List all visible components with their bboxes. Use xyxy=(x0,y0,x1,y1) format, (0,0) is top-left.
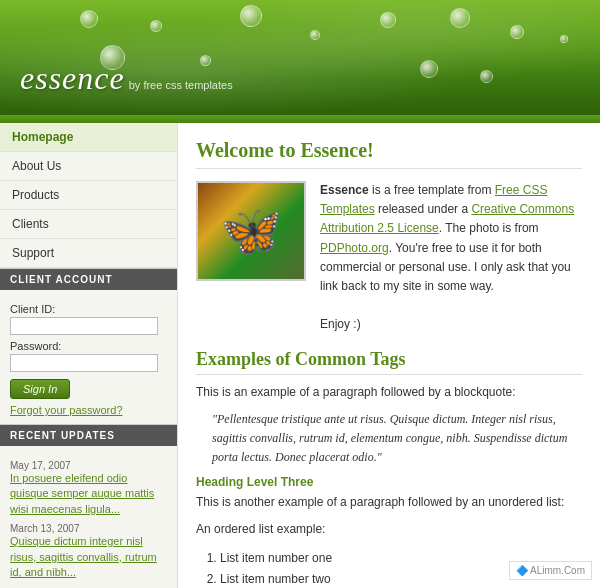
client-id-label: Client ID: xyxy=(10,303,167,315)
subheading: Heading Level Three xyxy=(196,475,582,489)
nav-link-about[interactable]: About Us xyxy=(0,152,177,181)
ordered-label: An ordered list example: xyxy=(196,520,582,539)
intro-text-2: released under a xyxy=(375,202,472,216)
watermark: 🔷 ALimm.Com xyxy=(509,561,592,580)
navigation: Homepage About Us Products Clients Suppo… xyxy=(0,123,177,269)
recent-updates: May 17, 2007 In posuere eleifend odio qu… xyxy=(0,446,177,588)
logo-area: essenceby free css templates xyxy=(20,60,233,97)
intro-text-1: is a free template from xyxy=(369,183,495,197)
update-date-2: March 13, 2007 xyxy=(10,523,167,534)
nav-link-products[interactable]: Products xyxy=(0,181,177,210)
recent-updates-header: RECENT UPDATES xyxy=(0,425,177,446)
intro-text-3: . The photo is from xyxy=(439,221,539,235)
update-link-1[interactable]: In posuere eleifend odio quisque semper … xyxy=(10,471,167,517)
header: essenceby free css templates xyxy=(0,0,600,115)
logo-tagline: by free css templates xyxy=(129,79,233,91)
nav-link-support[interactable]: Support xyxy=(0,239,177,268)
nav-link-clients[interactable]: Clients xyxy=(0,210,177,239)
forgot-password-link[interactable]: Forgot your password? xyxy=(10,404,167,416)
logo-text: essence xyxy=(20,60,125,96)
paragraph-2: This is another example of a paragraph f… xyxy=(196,493,582,512)
brand-name: Essence xyxy=(320,183,369,197)
nav-item-products[interactable]: Products xyxy=(0,181,177,210)
pdphoto-link[interactable]: PDPhoto.org xyxy=(320,241,389,255)
signin-button[interactable]: Sign In xyxy=(10,379,70,399)
header-drops xyxy=(0,0,600,115)
tags-heading: Examples of Common Tags xyxy=(196,349,582,375)
update-date-1: May 17, 2007 xyxy=(10,460,167,471)
update-link-2[interactable]: Quisque dictum integer nisl risus, sagit… xyxy=(10,534,167,580)
nav-link-homepage[interactable]: Homepage xyxy=(0,123,177,152)
enjoy-text: Enjoy :) xyxy=(320,317,361,331)
client-account-header: CLIENT ACCOUNT xyxy=(0,269,177,290)
welcome-heading: Welcome to Essence! xyxy=(196,139,582,169)
nav-item-about[interactable]: About Us xyxy=(0,152,177,181)
password-label: Password: xyxy=(10,340,167,352)
client-account-form: Client ID: Password: Sign In Forgot your… xyxy=(0,290,177,425)
nav-item-clients[interactable]: Clients xyxy=(0,210,177,239)
nav-item-homepage[interactable]: Homepage xyxy=(0,123,177,152)
main-wrapper: Homepage About Us Products Clients Suppo… xyxy=(0,123,600,588)
main-content: Welcome to Essence! Essence is a free te… xyxy=(178,123,600,588)
nav-list: Homepage About Us Products Clients Suppo… xyxy=(0,123,177,269)
blockquote: "Pellentesque tristique ante ut risus. Q… xyxy=(212,410,582,468)
client-id-input[interactable] xyxy=(10,317,158,335)
intro-text: Essence is a free template from Free CSS… xyxy=(320,181,582,335)
paragraph-1: This is an example of a paragraph follow… xyxy=(196,383,582,402)
password-input[interactable] xyxy=(10,354,158,372)
butterfly-image xyxy=(196,181,306,281)
header-stripe xyxy=(0,115,600,123)
nav-item-support[interactable]: Support xyxy=(0,239,177,268)
intro-block: Essence is a free template from Free CSS… xyxy=(196,181,582,335)
sidebar: Homepage About Us Products Clients Suppo… xyxy=(0,123,178,588)
watermark-text: 🔷 ALimm.Com xyxy=(516,565,585,576)
